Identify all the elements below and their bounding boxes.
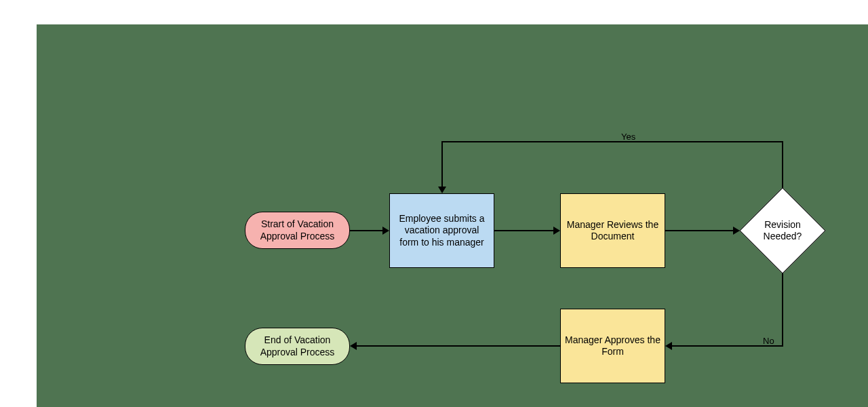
arrow-submit-review [553, 227, 560, 235]
approve-process: Manager Approves the Form [560, 309, 665, 383]
arrow-yes [438, 187, 446, 193]
edge-yes-down [441, 141, 443, 187]
edge-yes-label: Yes [621, 132, 635, 142]
review-label: Manager Reviews the Document [565, 219, 660, 243]
approve-label: Manager Approves the Form [565, 334, 660, 358]
edge-no-label: No [763, 336, 774, 346]
start-terminator: Strart of Vacation Approval Process [245, 212, 350, 249]
review-process: Manager Reviews the Document [560, 193, 665, 268]
edge-yes-up [782, 141, 783, 188]
arrow-review-decision [733, 227, 740, 235]
submit-label: Employee submits a vacation approval for… [394, 213, 490, 249]
flowchart-canvas: Strart of Vacation Approval Process Empl… [37, 24, 868, 407]
edge-start-submit [350, 230, 382, 231]
end-label: End of Vacation Approval Process [250, 334, 345, 358]
edge-no-down [782, 273, 783, 347]
arrow-no [665, 342, 672, 350]
end-terminator: End of Vacation Approval Process [245, 328, 350, 365]
edge-review-decision [665, 230, 734, 231]
start-label: Strart of Vacation Approval Process [250, 218, 345, 242]
edge-yes-left [441, 141, 783, 142]
submit-process: Employee submits a vacation approval for… [389, 193, 494, 268]
arrow-start-submit [382, 227, 389, 235]
arrow-approve-end [350, 342, 357, 350]
revision-decision: Revision Needed? [752, 200, 813, 261]
decision-label: Revision Needed? [752, 200, 813, 261]
edge-submit-review [494, 230, 553, 231]
edge-approve-end [357, 345, 560, 347]
